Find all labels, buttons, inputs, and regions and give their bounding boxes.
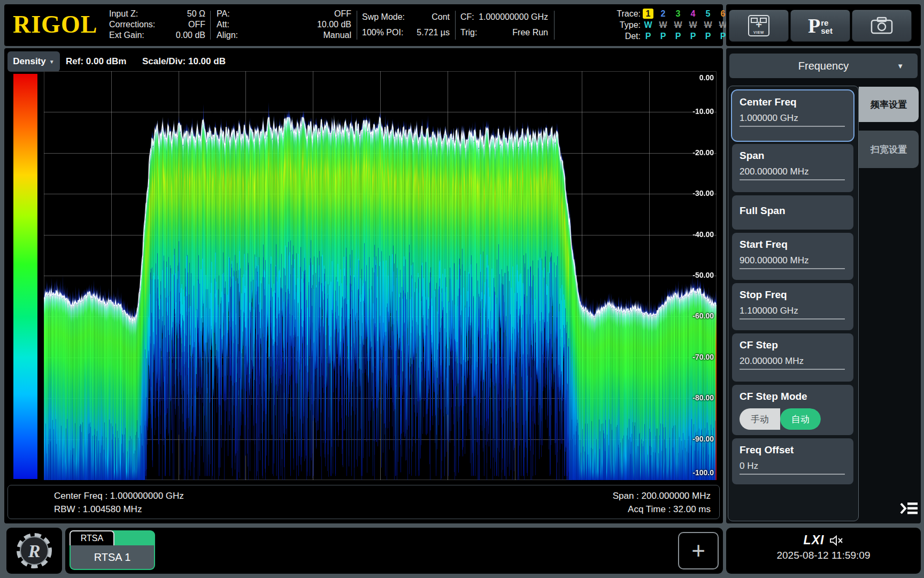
trig-value: Free Run [512, 25, 548, 40]
acq-time-readout: Acq Time : 32.00 ms [613, 503, 711, 516]
align-label: Align: [217, 30, 238, 41]
menu-item-value: 1.100000 GHz [732, 301, 853, 320]
cf-trig-group: CF:1.000000000 GHz Trig:Free Run [460, 9, 548, 40]
menu-item-label: CF Step [732, 333, 853, 351]
collapse-menu-icon [898, 499, 920, 518]
display-mode-dropdown[interactable]: Density ▼ [7, 51, 60, 72]
corrections-value: OFF [188, 19, 205, 30]
toggle-option-auto[interactable]: 自动 [780, 408, 821, 430]
lxi-logo: LXI [804, 533, 825, 547]
app-taskbar: RTSA RTSA 1 + [65, 528, 723, 574]
att-label: Att: [217, 19, 229, 30]
menu-item-label: Freq Offset [732, 438, 853, 456]
header-divider [210, 11, 211, 40]
center-freq-readout: Center Freq : 1.000000000 GHz [54, 489, 184, 503]
trace-label: Trace: [602, 8, 641, 19]
frequency-menu-panel: Frequency ▼ Center Freq 1.000000 GHz Spa… [726, 48, 921, 523]
poi-value: 5.721 µs [417, 25, 450, 40]
rigol-rtsa-screen: RIGOL Input Z:50 Ω Corrections:OFF Ext G… [0, 0, 924, 578]
trace-indicator-1: 1WP [641, 8, 656, 42]
view-button[interactable]: + VIEW [729, 10, 789, 42]
cf-label: CF: [460, 10, 474, 24]
preset-button[interactable]: P reset [790, 10, 850, 42]
inputz-label: Input Z: [109, 9, 138, 19]
header-buttons: + VIEW P reset [726, 4, 921, 46]
sweep-settings-group: Swp Mode:Cont 100% POI:5.721 µs [362, 9, 450, 40]
collapse-menu-button[interactable] [898, 499, 920, 518]
spectrum-display-panel: Density ▼ Ref: 0.00 dBm Scale/Div: 10.00… [4, 48, 723, 523]
ref-level-label: Ref: 0.00 dBm [66, 51, 126, 72]
pa-label: PA: [217, 9, 230, 19]
menu-item-value: 0 Hz [732, 456, 853, 475]
view-icon: + VIEW [748, 15, 769, 36]
extgain-value: 0.00 dB [176, 30, 205, 41]
corrections-label: Corrections: [109, 19, 155, 30]
span-readout: Span : 200.000000 MHz [613, 489, 711, 503]
density-spectrum-canvas[interactable] [44, 71, 717, 480]
measurement-info-bar: Center Freq : 1.000000000 GHz RBW : 1.00… [7, 485, 720, 519]
screenshot-button[interactable] [852, 10, 912, 42]
system-menu-button[interactable]: R [6, 528, 62, 574]
inputz-value: 50 Ω [187, 9, 205, 19]
rigol-logo: RIGOL [13, 11, 97, 39]
align-value: Manual [324, 30, 351, 41]
pa-value: OFF [334, 9, 351, 19]
rigol-gear-icon: R [13, 530, 55, 572]
status-header: RIGOL Input Z:50 Ω Corrections:OFF Ext G… [4, 4, 723, 46]
tab-frequency-settings[interactable]: 频率设置 [859, 87, 919, 122]
preset-icon: P reset [808, 16, 833, 36]
toggle-option-manual[interactable]: 手动 [740, 408, 780, 430]
menu-item-value: 900.000000 MHz [732, 250, 853, 269]
display-mode-label: Density [13, 56, 45, 67]
menu-item-freq-offset[interactable]: Freq Offset 0 Hz [732, 438, 853, 484]
menu-title-dropdown[interactable]: Frequency ▼ [729, 54, 918, 78]
menu-item-start-freq[interactable]: Start Freq 900.000000 MHz [732, 233, 853, 280]
menu-item-span[interactable]: Span 200.000000 MHz [732, 144, 853, 192]
tab-sweep-settings[interactable]: 扫宽设置 [859, 131, 919, 168]
menu-item-stop-freq[interactable]: Stop Freq 1.100000 GHz [732, 283, 853, 330]
menu-item-label: CF Step Mode [732, 385, 853, 402]
menu-item-label: Span [732, 144, 853, 162]
menu-item-label: Center Freq [732, 90, 853, 108]
datetime-readout: 2025-08-12 11:59:09 [726, 550, 921, 561]
trace-indicator-2: 2WP [656, 8, 671, 42]
spectrum-plot[interactable]: 0.00-10.00-20.00-30.00-40.00-50.00-60.00… [44, 71, 717, 480]
scale-div-label: Scale/Div: 10.00 dB [142, 51, 226, 72]
density-colorbar [13, 74, 37, 479]
rbw-readout: RBW : 1.004580 MHz [54, 503, 184, 516]
menu-items-frame: Center Freq 1.000000 GHz Span 200.000000… [728, 86, 859, 521]
swpmode-value: Cont [432, 10, 450, 24]
add-app-button[interactable]: + [678, 532, 719, 569]
att-value: 10.00 dB [317, 19, 351, 30]
camera-icon [870, 17, 894, 35]
trig-label: Trig: [460, 25, 477, 40]
menu-item-full-span[interactable]: Full Span [732, 195, 853, 230]
trace-status-table: Trace: Type: Det: 1WP2WP3WP4WP5WP6WP [602, 8, 730, 42]
menu-item-cf-step-mode[interactable]: CF Step Mode 手动 自动 [732, 385, 853, 435]
det-label: Det: [602, 31, 641, 42]
system-status-box[interactable]: LXI 2025-08-12 11:59:09 [726, 528, 921, 574]
header-divider [554, 11, 555, 40]
cf-step-mode-toggle: 手动 自动 [740, 408, 821, 430]
menu-item-label: Stop Freq [732, 283, 853, 301]
trace-indicator-5: 5WP [700, 8, 715, 42]
rtsa-app-tab[interactable]: RTSA RTSA 1 [70, 530, 155, 570]
speaker-muted-icon [829, 535, 843, 546]
trace-indicator-3: 3WP [671, 8, 686, 42]
trace-indicator-4: 4WP [686, 8, 700, 42]
chevron-down-icon: ▼ [49, 59, 55, 65]
menu-item-value: 20.000000 MHz [732, 351, 853, 370]
cf-value: 1.000000000 GHz [479, 10, 548, 24]
menu-title: Frequency [798, 60, 849, 72]
menu-item-value: 1.000000 GHz [732, 108, 853, 127]
menu-item-label: Start Freq [732, 233, 853, 250]
header-divider [455, 11, 456, 40]
menu-item-value: 200.000000 MHz [732, 162, 853, 180]
svg-text:R: R [28, 541, 41, 561]
chevron-down-icon: ▼ [897, 62, 904, 70]
swpmode-label: Swp Mode: [362, 10, 405, 24]
menu-item-cf-step[interactable]: CF Step 20.000000 MHz [732, 333, 853, 382]
menu-item-label: Full Span [732, 195, 853, 217]
menu-item-center-freq[interactable]: Center Freq 1.000000 GHz [732, 90, 853, 141]
extgain-label: Ext Gain: [109, 30, 144, 41]
